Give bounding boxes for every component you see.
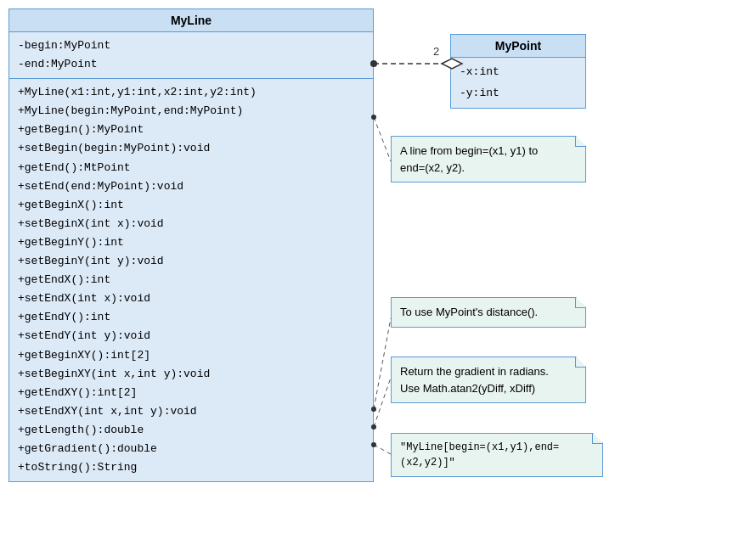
- myline-method-5: +getEnd():MtPoint: [18, 159, 364, 177]
- note2-line1: To use MyPoint's distance().: [400, 306, 538, 318]
- note-tostring: "MyLine[begin=(x1,y1),end=(x2,y2)]": [391, 433, 603, 477]
- mypoint-class-box: MyPoint -x:int -y:int: [450, 34, 586, 109]
- myline-method-20: +getGradient():double: [18, 440, 364, 458]
- note2-connector: [374, 318, 391, 409]
- multiplicity-label: 2: [433, 45, 439, 58]
- note1-line2: end=(x2, y2).: [400, 161, 465, 174]
- note1-line1: A line from begin=(x1, y1) to: [400, 144, 538, 157]
- myline-method-2: +MyLine(begin:MyPoint,end:MyPoint): [18, 102, 364, 121]
- myline-attributes-section: -begin:MyPoint -end:MyPoint: [9, 32, 373, 79]
- myline-method-4: +setBegin(begin:MyPoint):void: [18, 139, 364, 158]
- myline-method-6: +setEnd(end:MyPoint):void: [18, 177, 364, 196]
- myline-title: MyLine: [9, 9, 373, 32]
- myline-method-3: +getBegin():MyPoint: [18, 121, 364, 139]
- diagram-container: MyLine -begin:MyPoint -end:MyPoint +MyLi…: [0, 0, 756, 539]
- myline-method-10: +setBeginY(int y):void: [18, 252, 364, 271]
- myline-attr-1: -begin:MyPoint: [18, 36, 364, 55]
- note1-connector: [374, 117, 391, 161]
- mypoint-attr-1: -x:int: [460, 62, 577, 83]
- myline-method-21: +toString():String: [18, 458, 364, 477]
- note3-line2: Use Math.atan2(yDiff, xDiff): [400, 382, 535, 395]
- myline-method-13: +getEndY():int: [18, 308, 364, 327]
- myline-method-12: +setEndX(int x):void: [18, 289, 364, 308]
- note3-connector: [374, 378, 391, 427]
- myline-method-1: +MyLine(x1:int,y1:int,x2:int,y2:int): [18, 83, 364, 102]
- myline-class-box: MyLine -begin:MyPoint -end:MyPoint +MyLi…: [8, 8, 374, 482]
- note-constructor: A line from begin=(x1, y1) to end=(x2, y…: [391, 136, 586, 182]
- myline-method-8: +setBeginX(int x):void: [18, 215, 364, 233]
- myline-method-9: +getBeginY():int: [18, 233, 364, 252]
- myline-method-17: +getEndXY():int[2]: [18, 384, 364, 402]
- mypoint-attributes-section: -x:int -y:int: [451, 58, 585, 108]
- note3-line1: Return the gradient in radians.: [400, 365, 549, 378]
- myline-method-14: +setEndY(int y):void: [18, 327, 364, 345]
- myline-method-16: +setBeginXY(int x,int y):void: [18, 365, 364, 384]
- myline-attr-2: -end:MyPoint: [18, 55, 364, 74]
- myline-method-7: +getBeginX():int: [18, 196, 364, 215]
- myline-method-19: +getLength():double: [18, 421, 364, 440]
- note-getlength: To use MyPoint's distance().: [391, 297, 586, 328]
- mypoint-attr-2: -y:int: [460, 83, 577, 104]
- note4-line1: "MyLine[begin=(x1,y1),end=(x2,y2)]": [400, 441, 559, 469]
- myline-method-18: +setEndXY(int x,int y):void: [18, 402, 364, 421]
- mypoint-title: MyPoint: [451, 35, 585, 58]
- note4-connector: [374, 445, 391, 454]
- myline-method-15: +getBeginXY():int[2]: [18, 346, 364, 365]
- note-getgradient: Return the gradient in radians. Use Math…: [391, 357, 586, 403]
- myline-methods-section: +MyLine(x1:int,y1:int,x2:int,y2:int) +My…: [9, 79, 373, 481]
- myline-method-11: +getEndX():int: [18, 271, 364, 289]
